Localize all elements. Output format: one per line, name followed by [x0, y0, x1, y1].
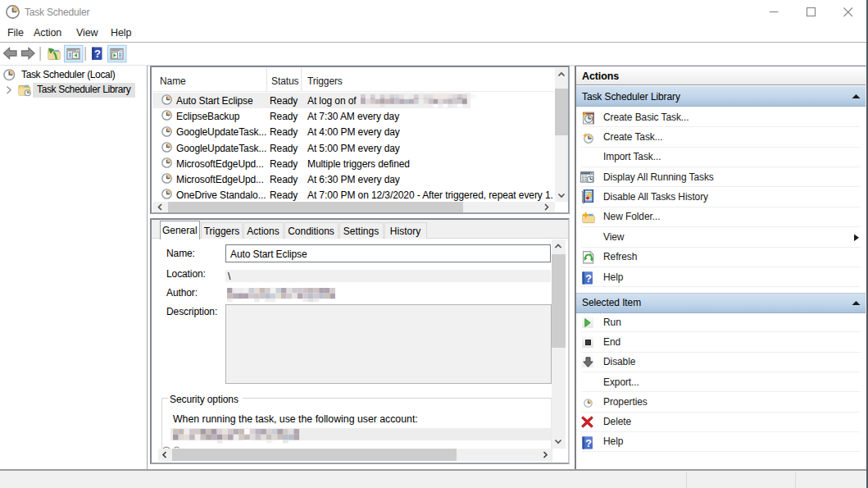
svg-text:?: ? [94, 48, 101, 60]
svg-text:?: ? [585, 437, 592, 449]
svg-text:?: ? [585, 272, 592, 284]
